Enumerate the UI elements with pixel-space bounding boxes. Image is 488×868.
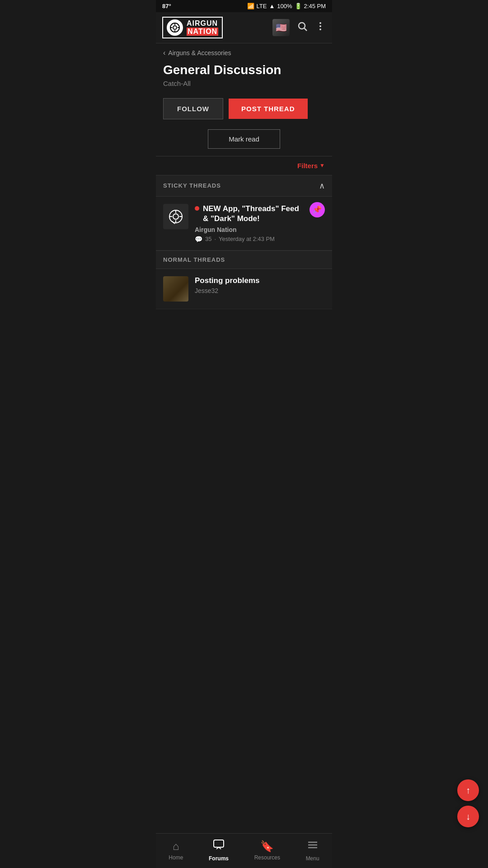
- normal-thread-title: Posting problems: [195, 276, 325, 285]
- normal-threads-label: NORMAL THREADS: [163, 256, 225, 263]
- follow-button[interactable]: FOLLOW: [163, 98, 223, 119]
- svg-line-7: [305, 28, 307, 31]
- thread-site-avatar: [163, 204, 188, 229]
- sticky-threads-collapse-icon[interactable]: ∧: [319, 181, 325, 191]
- nav-item-forums[interactable]: Forums: [202, 837, 236, 863]
- page-title: General Discussion: [163, 62, 325, 78]
- search-icon[interactable]: [297, 21, 308, 34]
- resources-icon: 🔖: [260, 840, 274, 853]
- app-header: AIRGUN NATION 🇺🇸: [156, 12, 332, 43]
- sticky-thread-title: NEW App, "Threads" Feed & "Dark" Mode!: [203, 204, 306, 224]
- time-display: 2:45 PM: [304, 3, 326, 9]
- normal-thread-thumbnail: [163, 276, 188, 302]
- bottom-nav: ⌂ Home Forums 🔖 Resources Menu: [156, 833, 332, 868]
- comment-icon: 💬: [195, 236, 202, 243]
- sticky-thread-item[interactable]: NEW App, "Threads" Feed & "Dark" Mode! 📌…: [156, 197, 332, 250]
- svg-point-10: [319, 28, 321, 30]
- sticky-thread-body: NEW App, "Threads" Feed & "Dark" Mode! 📌…: [195, 204, 325, 243]
- svg-rect-17: [214, 840, 224, 847]
- nav-item-menu[interactable]: Menu: [299, 837, 327, 863]
- header-actions: 🇺🇸: [272, 19, 326, 36]
- menu-icon: [307, 839, 319, 854]
- svg-point-6: [299, 23, 305, 29]
- filters-button[interactable]: Filters ▼: [297, 162, 325, 170]
- svg-point-1: [173, 26, 177, 29]
- breadcrumb[interactable]: ‹ Airguns & Accessories: [156, 43, 332, 59]
- thread-thumb-image: [163, 276, 188, 302]
- nav-item-resources[interactable]: 🔖 Resources: [247, 838, 287, 863]
- unread-dot: [195, 206, 199, 211]
- filters-chevron-icon: ▼: [319, 162, 325, 169]
- normal-thread-item[interactable]: Posting problems Jesse32: [156, 269, 332, 309]
- forums-label: Forums: [209, 855, 229, 862]
- reply-count: 35: [205, 236, 211, 242]
- sticky-threads-section-header[interactable]: STICKY THREADS ∧: [156, 175, 332, 197]
- menu-label: Menu: [306, 855, 319, 862]
- nav-item-home[interactable]: ⌂ Home: [161, 838, 190, 863]
- back-arrow-icon: ‹: [163, 49, 165, 57]
- sticky-threads-label: STICKY THREADS: [163, 182, 221, 189]
- home-icon: ⌂: [173, 840, 179, 853]
- battery-level: 100%: [277, 3, 292, 9]
- sticky-thread-meta: 💬 35 · Yesterday at 2:43 PM: [195, 236, 325, 243]
- normal-thread-body: Posting problems Jesse32: [195, 276, 325, 294]
- logo-icon: [167, 19, 183, 36]
- logo-nation-text: NATION: [187, 28, 218, 36]
- signal-icon: ▲: [269, 3, 275, 9]
- status-bar: 87° 📶 LTE ▲ 100% 🔋 2:45 PM: [156, 0, 332, 12]
- svg-point-8: [319, 22, 321, 24]
- filters-label: Filters: [297, 162, 318, 170]
- svg-point-9: [319, 25, 321, 27]
- resources-label: Resources: [254, 854, 280, 861]
- pin-icon: 📌: [310, 202, 325, 217]
- normal-threads-section-header[interactable]: NORMAL THREADS: [156, 250, 332, 269]
- page-subtitle: Catch-All: [163, 80, 325, 87]
- svg-point-12: [173, 214, 178, 219]
- logo-airgun-text: AIRGUN: [187, 19, 218, 28]
- temperature: 87°: [162, 3, 171, 9]
- user-avatar[interactable]: 🇺🇸: [272, 19, 290, 36]
- meta-separator: ·: [214, 236, 216, 242]
- sticky-thread-title-row: NEW App, "Threads" Feed & "Dark" Mode! 📌: [195, 204, 325, 224]
- home-label: Home: [169, 854, 183, 861]
- mark-read-row: Mark read: [156, 124, 332, 156]
- forums-icon: [213, 839, 225, 854]
- mark-read-button[interactable]: Mark read: [208, 129, 280, 149]
- thread-timestamp: Yesterday at 2:43 PM: [219, 236, 275, 242]
- breadcrumb-label: Airguns & Accessories: [168, 49, 231, 57]
- more-options-icon[interactable]: [315, 21, 326, 34]
- lte-indicator: LTE: [257, 3, 267, 9]
- logo-text: AIRGUN NATION: [187, 19, 218, 35]
- bluetooth-icon: 📶: [247, 3, 254, 9]
- status-right: 📶 LTE ▲ 100% 🔋 2:45 PM: [247, 3, 326, 9]
- page-title-section: General Discussion Catch-All: [156, 59, 332, 90]
- action-buttons: FOLLOW POST THREAD: [156, 90, 332, 124]
- battery-icon: 🔋: [295, 3, 302, 9]
- app-logo[interactable]: AIRGUN NATION: [162, 17, 223, 38]
- post-thread-button[interactable]: POST THREAD: [229, 99, 308, 119]
- filters-row: Filters ▼: [156, 156, 332, 175]
- sticky-thread-author: Airgun Nation: [195, 226, 325, 233]
- normal-thread-author: Jesse32: [195, 287, 325, 294]
